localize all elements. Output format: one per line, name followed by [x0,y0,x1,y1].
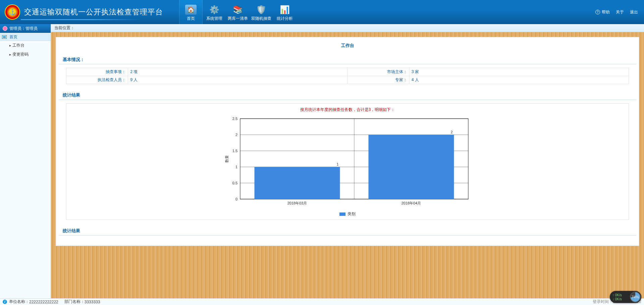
title-underline [21,19,142,20]
gear-icon: ⚙️ [208,4,220,15]
sidebar: 管理员：管理员 首页 工作台 变更密码 [0,24,51,298]
about-link[interactable]: 关于 [616,9,624,15]
app-header: 交通运输双随机一公开执法检查管理平台 🏠 首页 ⚙️ 系统管理 📚 两库一清单 … [0,0,644,24]
svg-text:1: 1 [235,165,237,169]
speed-readouts: ↑ 0K/s ↓ 0K/s [612,293,622,301]
legend-label: 类别 [347,211,356,216]
footer-bar: i 单位名称： 2222222222222 部门名称： 3333333 登录时间… [0,298,644,305]
help-link[interactable]: ? 帮助 [595,9,610,15]
logo-area: 交通运输双随机一公开执法检查管理平台 [0,4,163,20]
footer-unit-label: 单位名称： [9,299,29,305]
app-title: 交通运输双随机一公开执法检查管理平台 [24,7,163,17]
header-right: ? 帮助 关于 退出 [595,9,644,15]
info-icon: i [3,300,7,304]
label-inspectors: 执法检查人员： [66,76,128,84]
sidebar-item-workbench[interactable]: 工作台 [0,41,51,50]
sidebar-root-label: 首页 [9,34,17,40]
value-inspectors: 9 人 [128,76,347,84]
svg-rect-18 [369,135,454,199]
nav-two-libs[interactable]: 📚 两库一清单 [226,0,250,24]
home-icon: 🏠 [185,4,197,15]
breadcrumb-label: 当前位置： [54,25,74,31]
svg-text:2018年03月: 2018年03月 [287,201,307,205]
top-nav: 🏠 首页 ⚙️ 系统管理 📚 两库一清单 🛡️ 双随机抽查 📊 统计分析 [179,0,297,24]
speed-up: ↑ 0K/s [612,293,622,297]
chart-svg-wrap: 00.511.522.5数量12018年03月22018年04月 [66,115,629,209]
nav-random-check-label: 双随机抽查 [251,16,271,21]
svg-text:1: 1 [336,162,338,166]
footer-dept-label: 部门名称： [64,299,85,305]
svg-text:数量: 数量 [225,155,229,163]
value-check-items: 2 项 [128,68,347,76]
svg-text:2: 2 [450,130,452,134]
svg-text:1.5: 1.5 [232,149,237,153]
svg-rect-14 [255,167,340,199]
breadcrumb: 当前位置： [51,24,644,32]
admin-bar: 管理员：管理员 [0,24,51,33]
legend-swatch [339,212,345,216]
logo-icon [5,4,20,20]
table-row: 抽查事项： 2 项 市场主体： 3 家 [66,68,629,76]
nav-stats[interactable]: 📊 统计分析 [273,0,297,24]
bar-chart: 00.511.522.5数量12018年03月22018年04月 [223,115,472,209]
chart-title: 按月统计本年度的抽查任务数，合计是3，明细如下： [66,107,629,113]
nav-home[interactable]: 🏠 首页 [179,0,203,24]
section-stats-header-2: 统计结果 [59,226,636,236]
footer-unit-value: 2222222222222 [29,300,58,304]
svg-text:2.5: 2.5 [232,117,237,121]
nav-random-check[interactable]: 🛡️ 双随机抽查 [250,0,273,24]
user-icon [3,26,7,31]
label-check-items: 抽查事项： [66,68,128,76]
workbench-panel: 工作台 基本情况： 抽查事项： 2 项 市场主体： 3 家 执法检查人员： 9 … [56,37,639,246]
speed-dial: 74% [630,292,641,302]
label-market-subjects: 市场主体： [347,68,409,76]
nav-stats-label: 统计分析 [277,16,293,21]
svg-text:0: 0 [235,197,237,201]
basic-info-table: 抽查事项： 2 项 市场主体： 3 家 执法检查人员： 9 人 专家： 4 人 [66,68,629,84]
speed-down: ↓ 0K/s [612,297,622,301]
admin-label: 管理员：管理员 [9,26,38,32]
network-speed-widget[interactable]: ↑ 0K/s ↓ 0K/s 74% [610,291,641,303]
chart-legend: 类别 [66,211,629,217]
help-icon: ? [595,10,600,14]
shield-icon: 🛡️ [255,4,267,15]
workbench-title: 工作台 [56,41,639,55]
nav-system-label: 系统管理 [206,16,222,21]
sidebar-root-home[interactable]: 首页 [0,33,51,41]
content-area: 工作台 基本情况： 抽查事项： 2 项 市场主体： 3 家 执法检查人员： 9 … [51,32,644,298]
footer-dept-value: 3333333 [85,300,100,304]
label-experts: 专家： [347,76,409,84]
table-row: 执法检查人员： 9 人 专家： 4 人 [66,76,629,84]
value-market-subjects: 3 家 [409,68,629,76]
chart-icon: 📊 [279,4,291,15]
books-icon: 📚 [232,4,244,15]
list-icon [2,35,7,39]
section-basic-header: 基本情况： [59,55,636,64]
svg-text:2: 2 [235,133,237,137]
value-experts: 4 人 [409,76,629,84]
nav-two-libs-label: 两库一清单 [228,16,248,21]
svg-text:0.5: 0.5 [232,181,237,185]
nav-home-label: 首页 [187,16,195,21]
nav-system[interactable]: ⚙️ 系统管理 [203,0,226,24]
logout-link[interactable]: 退出 [630,9,638,15]
section-stats-header: 统计结果 [59,90,636,100]
sidebar-item-change-password[interactable]: 变更密码 [0,50,51,59]
chart-container: 按月统计本年度的抽查任务数，合计是3，明细如下： 00.511.522.5数量1… [66,103,629,220]
svg-text:2018年04月: 2018年04月 [401,201,421,205]
